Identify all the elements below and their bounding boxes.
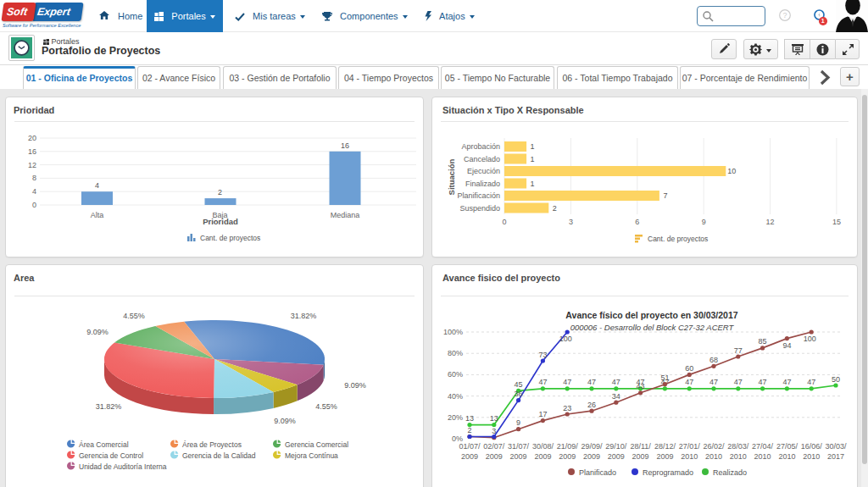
svg-text:9: 9 (702, 218, 706, 226)
svg-text:27/01/: 27/01/ (679, 442, 701, 451)
svg-text:20%: 20% (448, 413, 463, 422)
svg-text:Avance físico del proyecto en: Avance físico del proyecto en 30/03/2017 (565, 310, 737, 320)
svg-text:Ejecución: Ejecución (467, 167, 500, 175)
svg-text:47: 47 (612, 378, 620, 386)
svg-text:Suspendido: Suspendido (459, 204, 500, 213)
svg-text:12: 12 (28, 161, 36, 169)
svg-text:01/07/: 01/07/ (459, 442, 481, 451)
svg-text:2: 2 (553, 204, 557, 213)
svg-text:4: 4 (95, 181, 99, 190)
svg-text:29/09/: 29/09/ (581, 442, 603, 451)
svg-text:17: 17 (538, 410, 547, 418)
svg-text:?: ? (782, 11, 787, 19)
svg-text:0: 0 (32, 201, 36, 209)
svg-text:7: 7 (663, 191, 667, 200)
svg-text:30/03/: 30/03/ (825, 442, 847, 451)
svg-text:23: 23 (563, 404, 571, 412)
svg-text:47: 47 (734, 378, 743, 386)
svg-text:8: 8 (32, 174, 36, 182)
svg-text:9.09%: 9.09% (86, 328, 108, 336)
svg-text:2009: 2009 (656, 452, 673, 461)
svg-text:12: 12 (766, 218, 775, 226)
svg-text:68: 68 (709, 356, 718, 364)
svg-text:2: 2 (467, 426, 471, 434)
svg-text:13: 13 (465, 414, 474, 423)
svg-text:28/03/: 28/03/ (727, 442, 749, 451)
svg-text:4.55%: 4.55% (123, 312, 145, 320)
svg-text:2010: 2010 (681, 452, 698, 461)
svg-text:47: 47 (782, 378, 791, 386)
svg-text:29/10/: 29/10/ (605, 442, 627, 451)
svg-text:Aprobación: Aprobación (461, 142, 500, 151)
svg-text:000006 - Desarrollo del Block: 000006 - Desarrollo del Block C27-32 ACE… (570, 323, 735, 332)
svg-text:10: 10 (727, 167, 736, 175)
svg-text:2009: 2009 (461, 452, 478, 461)
svg-text:9: 9 (516, 418, 520, 427)
svg-text:21/09/: 21/09/ (557, 442, 579, 451)
svg-text:2009: 2009 (534, 452, 551, 461)
svg-text:Realizado: Realizado (713, 468, 747, 477)
svg-text:2: 2 (218, 188, 222, 196)
svg-text:2009: 2009 (559, 452, 576, 461)
svg-text:2010: 2010 (778, 452, 795, 461)
svg-text:2010: 2010 (803, 452, 820, 461)
svg-text:Alta: Alta (91, 211, 104, 219)
svg-text:4: 4 (32, 187, 36, 196)
svg-text:47: 47 (685, 378, 693, 386)
svg-text:2009: 2009 (632, 452, 649, 461)
svg-text:45: 45 (515, 380, 523, 389)
svg-text:16/06/: 16/06/ (801, 442, 823, 451)
svg-text:9.09%: 9.09% (274, 417, 296, 425)
svg-text:1: 1 (531, 155, 535, 163)
svg-text:2009: 2009 (510, 452, 527, 461)
svg-text:2010: 2010 (730, 452, 747, 461)
svg-text:31.82%: 31.82% (291, 312, 317, 320)
svg-text:50: 50 (832, 375, 840, 384)
svg-text:28/12/: 28/12/ (654, 442, 676, 451)
svg-text:51: 51 (660, 374, 669, 382)
svg-text:Planificado: Planificado (579, 468, 616, 477)
svg-text:60: 60 (685, 364, 693, 373)
svg-text:Prioridad: Prioridad (203, 217, 238, 226)
svg-text:1: 1 (531, 180, 535, 188)
svg-text:31.82%: 31.82% (96, 402, 122, 411)
svg-text:47: 47 (709, 378, 718, 386)
svg-text:80%: 80% (448, 349, 463, 357)
svg-text:Planificación: Planificación (457, 191, 500, 200)
svg-text:47: 47 (538, 378, 547, 386)
svg-text:Mediana: Mediana (331, 211, 360, 219)
svg-text:Cancelado: Cancelado (464, 155, 500, 163)
svg-text:3: 3 (569, 218, 573, 226)
svg-text:28/11/: 28/11/ (630, 442, 651, 451)
svg-text:27/04/: 27/04/ (752, 442, 774, 451)
svg-text:60%: 60% (448, 370, 463, 379)
svg-text:15: 15 (832, 218, 841, 226)
svg-text:Finalizado: Finalizado (465, 180, 500, 188)
svg-text:47: 47 (563, 378, 571, 386)
svg-text:2017: 2017 (827, 452, 844, 461)
svg-text:2009: 2009 (583, 452, 600, 461)
svg-text:36: 36 (515, 390, 523, 398)
svg-text:Cant. de proyectos: Cant. de proyectos (200, 234, 260, 242)
svg-text:26: 26 (587, 401, 596, 409)
svg-text:02/07/: 02/07/ (483, 442, 505, 451)
svg-text:0: 0 (502, 218, 506, 226)
svg-text:20: 20 (28, 134, 36, 142)
svg-text:2010: 2010 (705, 452, 722, 461)
svg-text:100: 100 (559, 335, 572, 343)
svg-text:4.55%: 4.55% (315, 402, 337, 411)
svg-text:Cant. de proyectos: Cant. de proyectos (648, 235, 708, 243)
svg-text:6: 6 (635, 218, 639, 226)
svg-text:16: 16 (28, 147, 36, 156)
svg-text:Situación: Situación (447, 158, 456, 195)
svg-text:13: 13 (490, 414, 498, 423)
svg-text:27/05/: 27/05/ (776, 442, 798, 451)
svg-text:9.09%: 9.09% (344, 381, 366, 390)
svg-text:2010: 2010 (754, 452, 771, 461)
svg-text:2009: 2009 (608, 452, 625, 461)
svg-text:85: 85 (759, 337, 767, 346)
svg-text:100%: 100% (443, 328, 463, 336)
svg-text:34: 34 (612, 392, 620, 401)
svg-text:73: 73 (538, 351, 547, 359)
svg-text:30/08/: 30/08/ (532, 442, 554, 451)
